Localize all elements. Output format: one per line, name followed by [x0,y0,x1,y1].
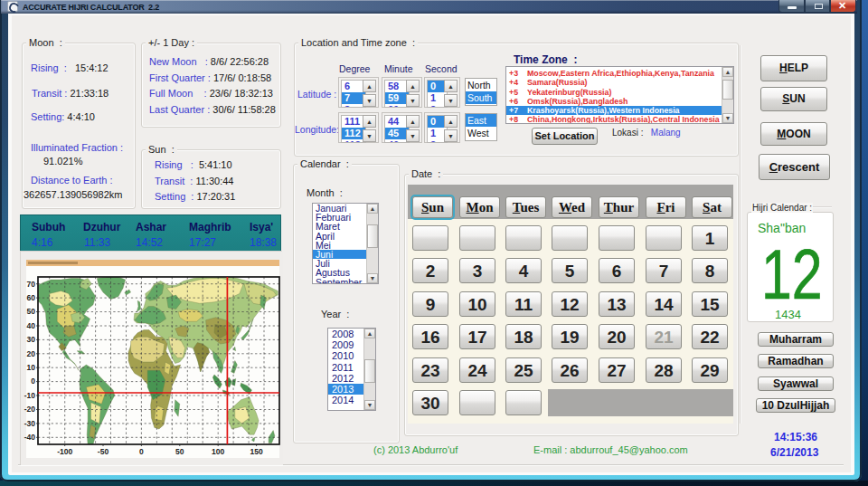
svg-text:-100: -100 [57,447,72,456]
svg-text:40: 40 [27,321,36,330]
svg-text:0: 0 [139,447,144,456]
svg-text:20: 20 [27,349,36,358]
svg-text:70: 70 [27,280,36,289]
svg-text:-30: -30 [24,419,36,428]
svg-text:50: 50 [175,447,184,456]
svg-text:60: 60 [27,293,36,302]
svg-text:0: 0 [31,376,35,386]
svg-text:-20: -20 [24,405,36,414]
svg-text:10: 10 [27,363,36,372]
svg-text:150: 150 [250,447,263,456]
svg-text:-10: -10 [24,391,36,400]
svg-text:30: 30 [27,335,36,344]
svg-text:-40: -40 [24,433,36,442]
svg-text:50: 50 [27,307,36,316]
svg-text:-50: -50 [98,447,109,456]
svg-text:100: 100 [212,447,224,456]
